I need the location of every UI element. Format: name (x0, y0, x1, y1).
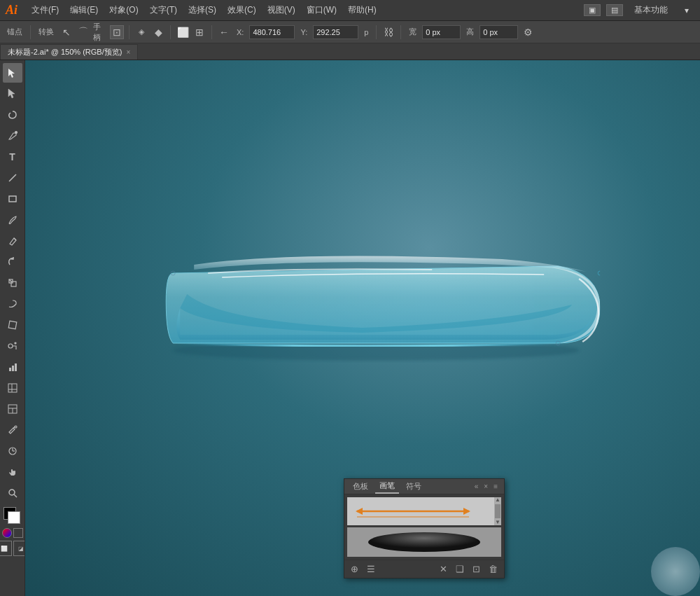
panel-tab-symbols[interactable]: 符号 (402, 480, 426, 493)
unit-label: p (361, 28, 371, 36)
menu-window[interactable]: 窗口(W) (301, 4, 342, 16)
svg-line-27 (14, 494, 17, 497)
graph-tool[interactable] (3, 357, 22, 377)
direct-selection-tool[interactable] (3, 84, 22, 104)
menu-edit[interactable]: 编辑(E) (64, 4, 104, 16)
measure-tool[interactable] (3, 441, 22, 461)
selection-tool[interactable] (3, 63, 22, 83)
pen-tool[interactable] (3, 126, 22, 146)
handle-label: 手柄 (93, 25, 107, 39)
scale-tool[interactable] (3, 273, 22, 293)
workspace-dropdown-icon[interactable]: ▾ (679, 6, 694, 15)
draw-mode-btns: ⬜ ◪ (0, 541, 25, 556)
normal-draw-btn[interactable]: ⬜ (0, 541, 12, 556)
eyedropper-tool[interactable] (3, 420, 22, 440)
free-transform-tool[interactable] (3, 315, 22, 335)
tab-label: 未标题-2.ai* @ 150% (RGB/预览) (8, 47, 122, 57)
panel-collapse-btn[interactable]: « (472, 482, 481, 491)
svg-rect-14 (15, 363, 17, 371)
panel-scrollbar[interactable]: ▲ ▼ (494, 497, 501, 525)
new-btn[interactable]: ⊡ (470, 563, 482, 575)
slice-tool[interactable] (3, 399, 22, 419)
rectangle-tool[interactable] (3, 189, 22, 209)
left-arrow-icon[interactable]: ← (217, 25, 231, 39)
brush-libraries-btn[interactable]: ☰ (365, 563, 377, 575)
convert-anchor-icon[interactable]: ◆ (151, 25, 165, 39)
width-label: 宽 (406, 27, 419, 37)
warp-tool[interactable] (3, 294, 22, 314)
menu-view[interactable]: 视图(V) (262, 4, 301, 16)
menu-text[interactable]: 文字(T) (144, 4, 183, 16)
hand-tool[interactable] (3, 462, 22, 482)
sep2 (129, 25, 130, 39)
y-input[interactable] (313, 25, 358, 39)
trash-btn[interactable]: 🗑 (486, 563, 500, 575)
screen-mode-btn[interactable]: ▣ (584, 4, 601, 16)
document-tab[interactable]: 未标题-2.ai* @ 150% (RGB/预览) × (0, 44, 138, 60)
brush-stroke-preview[interactable]: ▲ ▼ (347, 497, 501, 525)
menu-object[interactable]: 对象(O) (104, 4, 144, 16)
shape-2-icon[interactable]: ⊞ (192, 25, 206, 39)
delete-btn[interactable]: ✕ (438, 563, 449, 575)
svg-rect-9 (8, 321, 17, 329)
panel-options-btn[interactable]: ⊕ (349, 563, 360, 575)
curve-tool-icon[interactable]: ⌒ (76, 25, 90, 39)
width-input[interactable] (422, 25, 461, 39)
tab-close-btn[interactable]: × (126, 48, 130, 56)
panel-footer: ⊕ ☰ ✕ ❑ ⊡ 🗑 (344, 560, 504, 578)
paintbrush-tool[interactable] (3, 210, 22, 230)
none-icon[interactable] (13, 528, 23, 538)
color-mode-icon[interactable] (2, 528, 12, 538)
column-graph-tool[interactable] (3, 378, 22, 398)
lasso-tool[interactable] (3, 105, 22, 125)
panel-header-controls: « × ≡ (472, 482, 500, 491)
y-label: Y: (298, 28, 310, 36)
panel-tab-brushes[interactable]: 画笔 (375, 479, 399, 494)
pencil-tool[interactable] (3, 231, 22, 251)
select-tool-icon[interactable]: ↖ (59, 25, 74, 39)
brush-oval-preview[interactable] (347, 527, 501, 557)
handle-tool-btn[interactable]: ⊡ (110, 25, 124, 39)
type-tool[interactable]: T (3, 147, 22, 167)
svg-point-2 (15, 132, 17, 134)
x-label: X: (234, 28, 246, 36)
sep1 (30, 25, 31, 39)
panel-content: ▲ ▼ (344, 494, 504, 560)
height-input[interactable] (479, 25, 518, 39)
symbol-sprayer-tool[interactable] (3, 336, 22, 356)
rotate-tool[interactable] (3, 252, 22, 272)
sep4 (211, 25, 212, 39)
shape-1-icon[interactable]: ⬜ (176, 25, 190, 39)
menu-effect[interactable]: 效果(C) (222, 4, 262, 16)
svg-point-31 (598, 271, 600, 275)
left-toolbar: T (0, 60, 25, 596)
panel-tab-swatches[interactable]: 色板 (349, 480, 372, 493)
menu-help[interactable]: 帮助(H) (342, 4, 382, 16)
anchor-label: 锚点 (4, 27, 25, 37)
zoom-tool[interactable] (3, 483, 22, 503)
arrange-btn[interactable]: ▤ (606, 4, 623, 16)
line-tool[interactable] (3, 168, 22, 188)
back-draw-btn[interactable]: ◪ (13, 541, 26, 556)
anchor-tool-icon[interactable]: ◈ (134, 25, 148, 39)
menu-file[interactable]: 文件(F) (26, 4, 64, 16)
panel-close-btn[interactable]: × (482, 482, 490, 491)
canvas-area[interactable]: 色板 画笔 符号 « × ≡ (25, 60, 700, 596)
link-icon[interactable]: ⛓ (382, 25, 396, 39)
copy-btn[interactable]: ❑ (454, 563, 466, 575)
workspace-label[interactable]: 基本功能 (629, 4, 673, 16)
extra-options-icon[interactable]: ⚙ (521, 25, 535, 39)
svg-point-26 (9, 490, 15, 495)
svg-rect-12 (9, 368, 11, 371)
color-selector[interactable] (4, 507, 22, 525)
x-input[interactable] (249, 25, 295, 39)
bottom-right-circle (651, 547, 700, 596)
panel-menu-btn[interactable]: ≡ (491, 482, 500, 491)
svg-line-3 (9, 174, 16, 181)
svg-point-36 (368, 532, 480, 552)
color-mode-btns (2, 528, 23, 538)
menu-bar: Ai 文件(F) 编辑(E) 对象(O) 文字(T) 选择(S) 效果(C) 视… (0, 0, 700, 21)
svg-rect-4 (9, 196, 16, 202)
menu-select[interactable]: 选择(S) (183, 4, 222, 16)
menu-right: ▣ ▤ 基本功能 ▾ (584, 4, 694, 16)
